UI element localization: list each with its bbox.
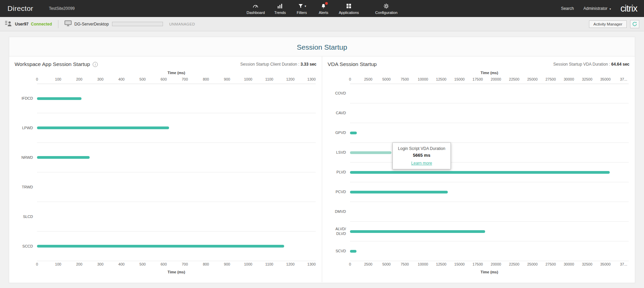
category-label: PLVD [326,163,350,182]
chart-row-cavd: CAVD [326,103,629,123]
duration-bar[interactable] [350,230,485,233]
bar-track [37,202,316,232]
nav-applications[interactable]: Applications [334,0,363,17]
workspace-app-chart: Time (ms) 010020030040050060070080090010… [9,69,322,275]
category-label: CAVD [326,103,350,123]
axis-tick: 27500 [546,77,556,81]
chart-row-trwd: TRWD [13,172,316,202]
nav-label: Dashboard [246,11,265,15]
axis-tick: 200 [76,262,82,266]
nav-label: Applications [339,11,359,15]
axis-tick: 35000 [600,262,611,266]
summary-label: Session Startup Client Duration : [240,62,300,67]
divider [58,20,58,28]
axis-tick: 22500 [509,262,519,266]
tooltip-title: Login Script VDA Duration [396,146,447,151]
search-button[interactable]: Search [561,6,574,11]
nav-alerts[interactable]: Alerts [313,0,334,17]
duration-bar[interactable] [37,245,284,248]
chart-row-covd: COVD [326,84,629,103]
nav-label: Alerts [319,11,328,15]
bar-track [37,113,316,143]
administrator-menu[interactable]: Administrator ▾ [583,6,611,11]
axis-tick: 500 [140,77,146,81]
chart-row-scvd: SCVD [326,241,629,261]
nav-dashboard[interactable]: Dashboard [242,0,269,17]
alert-notification-badge [325,2,328,5]
main-nav: Dashboard Trends ▾ Filters Alerts [242,0,402,17]
bar-track [350,103,629,123]
chart-row-lsvd: LSVD [326,143,629,163]
axis-tick: 15000 [454,262,465,266]
x-axis-title-bottom: Time (ms) [350,269,629,275]
refresh-button[interactable] [630,20,639,28]
x-axis-ticks-bottom: 0100200300400500600700800900100011001200… [37,261,316,269]
vda-duration-summary: Session Startup VDA Duration : 64.64 sec [553,62,629,67]
duration-bar[interactable] [350,151,391,154]
duration-bar[interactable] [37,156,90,159]
axis-tick: 200 [76,77,82,81]
axis-tick: 1100 [265,262,273,266]
axis-tick: 900 [224,77,230,81]
duration-bar[interactable] [350,191,448,193]
duration-bar[interactable] [37,126,169,129]
nav-label: Configuration [375,11,397,15]
session-startup-card: Session Startup Workspace App Session St… [9,37,635,283]
summary-value: 3.33 sec [300,62,316,67]
machine-name: DG-ServerDesktop [74,22,109,27]
axis-tick: 700 [182,77,188,81]
tooltip-value: 5665 ms [396,153,447,158]
axis-tick: 500 [140,262,146,266]
axis-tick: 600 [161,262,167,266]
axis-tick: 1300 [307,77,315,81]
axis-tick: 37... [620,77,627,81]
category-label: COVD [326,84,350,103]
chart-row-dmvd: DMVD [326,202,629,222]
chart-row-sccd: SCCD [13,232,316,261]
activity-manager-button[interactable]: Activity Manager [589,20,627,28]
dashboard-icon [252,3,259,10]
chart-row-plvd: PLVD [326,163,629,182]
axis-tick: 10000 [418,262,428,266]
learn-more-link[interactable]: Learn more [411,161,432,166]
category-label: IFDCD [13,84,37,113]
duration-bar[interactable] [350,171,610,174]
nav-filters[interactable]: ▾ Filters [291,0,313,17]
trends-icon [277,3,283,10]
axis-tick: 1100 [265,77,273,81]
user-name: User97 [15,22,29,27]
info-icon[interactable]: i [93,62,98,67]
category-label: GPVD [326,123,350,143]
vda-panel: VDA Session Startup Session Startup VDA … [322,56,635,282]
alerts-bell-icon [320,3,327,10]
nav-configuration[interactable]: Configuration [371,0,402,17]
chart-row-slcd: SLCD [13,202,316,232]
axis-tick: 600 [161,77,167,81]
workspace-app-panel: Workspace App Session Startup i Session … [9,56,322,282]
duration-bar[interactable] [37,97,81,100]
refresh-icon [632,21,637,27]
desktop-monitor-icon [65,20,72,28]
bar-track [350,143,629,163]
duration-bar[interactable] [350,250,356,253]
page-title: Session Startup [9,37,635,56]
axis-tick: 27500 [546,262,556,266]
managed-status-label: UNMANAGED [169,22,195,26]
top-right-actions: Search Administrator ▾ citrix [561,0,644,17]
category-label: LPWD [13,113,37,143]
vda-chart: Time (ms) 025005000750010000125001500017… [322,69,635,275]
duration-bar[interactable] [350,132,357,134]
category-label: NRWD [13,143,37,172]
administrator-label: Administrator [583,6,607,11]
chart-rows: IFDCDLPWDNRWDTRWDSLCDSCCD [13,84,316,261]
x-axis-title-top: Time (ms) [350,69,629,76]
axis-tick: 20000 [491,262,501,266]
director-brand: Director [0,4,40,13]
bar-track [350,182,629,202]
nav-trends[interactable]: Trends [269,0,291,17]
category-label: SCVD [326,241,350,261]
axis-tick: 0 [349,77,351,81]
axis-tick: 0 [36,262,38,266]
axis-tick: 30000 [564,77,574,81]
axis-tick: 100 [55,77,61,81]
